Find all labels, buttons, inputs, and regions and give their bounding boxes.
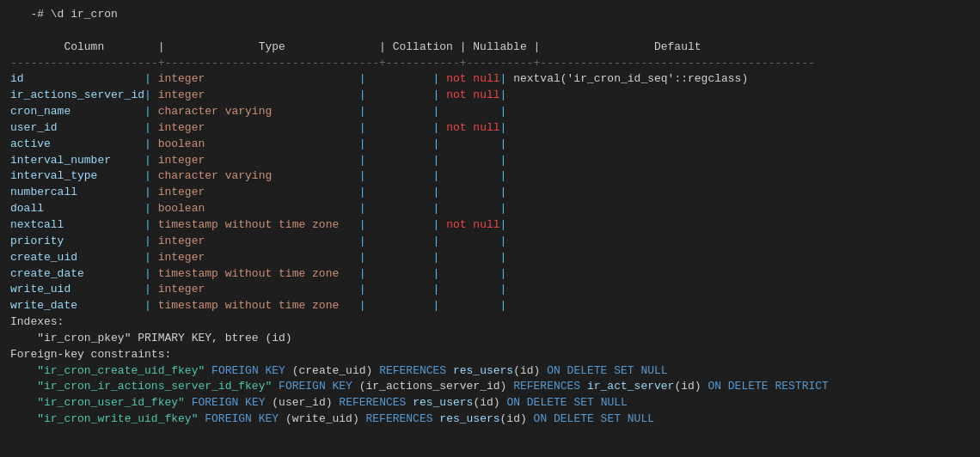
table-row: ir_actions_server_id| integer | | not nu… — [10, 88, 970, 104]
table-row: write_uid | integer | | | — [10, 282, 970, 298]
indexes-header: Indexes: — [10, 315, 64, 328]
divider-line: ----------------------+-----------------… — [10, 57, 815, 70]
fk-entry: "ir_cron_ir_actions_server_id_fkey" FORE… — [37, 380, 829, 393]
terminal-output: -# \d ir_cron Column | Type | Collation … — [10, 7, 970, 71]
table-row: interval_type | character varying | | | — [10, 168, 970, 185]
table-row: write_date | timestamp without time zone… — [10, 298, 970, 314]
fk-entry: "ir_cron_write_uid_fkey" FOREIGN KEY (wr… — [37, 412, 654, 425]
fk-entry: "ir_cron_create_uid_fkey" FOREIGN KEY (c… — [37, 364, 667, 377]
index-entry: "ir_cron_pkey" PRIMARY KEY, btree (id) — [37, 332, 291, 344]
table-row: active | boolean | | | — [10, 137, 970, 153]
table-row: priority | integer | | | — [10, 234, 970, 250]
table-row: create_date | timestamp without time zon… — [10, 266, 970, 283]
prompt-symbol — [10, 8, 30, 21]
footer-section: Indexes: "ir_cron_pkey" PRIMARY KEY, btr… — [10, 314, 970, 428]
table-row: doall | boolean | | | — [10, 201, 970, 217]
fk-header: Foreign-key constraints: — [10, 348, 171, 361]
table-row: cron_name | character varying | | | — [10, 104, 970, 120]
table-row: nextcall | timestamp without time zone |… — [10, 217, 970, 234]
prompt-command: -# \d ir_cron — [30, 8, 117, 21]
table-row: interval_number | integer | | | — [10, 153, 970, 169]
table-headers: Column | Type | Collation | Nullable | D… — [10, 40, 815, 53]
table-row: id | integer | | not null| nextval('ir_c… — [10, 71, 970, 88]
table-row: create_uid | integer | | | — [10, 250, 970, 266]
fk-entry: "ir_cron_user_id_fkey" FOREIGN KEY (user… — [37, 396, 628, 409]
table-row: numbercall | integer | | | — [10, 185, 970, 201]
table-rows: id | integer | | not null| nextval('ir_c… — [10, 71, 970, 314]
table-row: user_id | integer | | not null| — [10, 120, 970, 137]
